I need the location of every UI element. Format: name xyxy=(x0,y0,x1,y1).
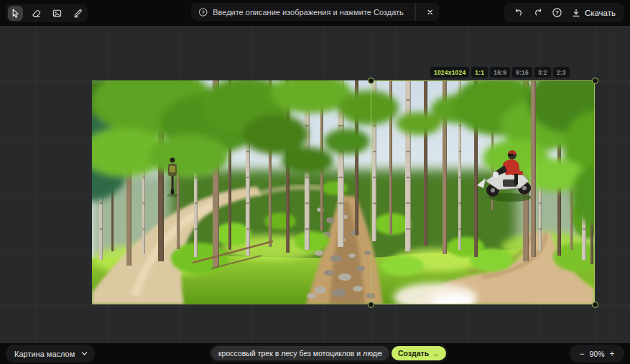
undo-icon xyxy=(514,8,524,18)
chevron-down-icon xyxy=(80,350,88,358)
hint-divider xyxy=(415,3,416,21)
style-dropdown-value: Картина маслом xyxy=(14,350,75,358)
redo-icon xyxy=(533,8,543,18)
prompt-bar: Создать → xyxy=(209,344,448,363)
app-stage: 1024x1024 1:1 16:9 9:16 3:2 2:3 xyxy=(0,0,630,364)
download-button[interactable]: Скачать xyxy=(570,8,617,18)
zoom-out-button[interactable]: − xyxy=(577,349,587,359)
aspect-option-2-3[interactable]: 2:3 xyxy=(553,67,570,78)
create-button-label: Создать xyxy=(398,349,429,358)
zoom-level: 90% xyxy=(589,350,604,358)
style-dropdown[interactable]: Картина маслом xyxy=(6,345,95,363)
image-tool-button[interactable] xyxy=(50,6,65,21)
hint-close-button[interactable] xyxy=(421,3,440,21)
zoom-in-button[interactable]: + xyxy=(607,349,617,359)
hint-text: Введите описание изображения и нажмите С… xyxy=(213,8,404,17)
selection-handle-bottom-right[interactable] xyxy=(592,302,598,308)
top-bar: ? Введите описание изображения и нажмите… xyxy=(0,0,630,26)
prompt-input[interactable] xyxy=(211,346,389,360)
draw-tool-button[interactable] xyxy=(70,6,85,21)
image-icon xyxy=(52,8,62,19)
download-label: Скачать xyxy=(585,9,616,17)
create-button[interactable]: Создать → xyxy=(392,346,446,360)
close-icon xyxy=(426,8,435,17)
download-icon xyxy=(571,8,581,18)
aspect-option-1-1[interactable]: 1:1 xyxy=(471,67,488,78)
generation-frame[interactable] xyxy=(371,80,595,304)
aspect-option-1024x1024[interactable]: 1024x1024 xyxy=(430,67,469,78)
selection-handle-top-right[interactable] xyxy=(592,78,598,84)
svg-text:?: ? xyxy=(555,9,559,16)
aspect-option-3-2[interactable]: 3:2 xyxy=(534,67,551,78)
bottom-bar: Картина маслом Создать → − 90% + xyxy=(0,343,630,364)
selection-handle-top-left[interactable] xyxy=(368,78,374,84)
frame-guide-right xyxy=(595,26,596,343)
aspect-option-16-9[interactable]: 16:9 xyxy=(490,67,510,78)
eraser-icon xyxy=(31,8,42,19)
pen-icon xyxy=(73,8,83,19)
aspect-ratio-row: 1024x1024 1:1 16:9 9:16 3:2 2:3 xyxy=(430,67,570,78)
select-tool-button[interactable] xyxy=(8,6,23,21)
zoom-controls: − 90% + xyxy=(570,345,624,363)
redo-button[interactable] xyxy=(531,6,545,20)
selection-handle-bottom-left[interactable] xyxy=(368,302,374,308)
help-button[interactable]: ? xyxy=(550,6,565,20)
svg-text:?: ? xyxy=(201,9,205,15)
help-circle-icon: ? xyxy=(552,7,562,18)
frame-guide-bottom xyxy=(0,304,630,305)
tools-pill xyxy=(6,4,88,22)
undo-button[interactable] xyxy=(511,6,526,20)
arrow-right-icon: → xyxy=(432,349,440,358)
cursor-icon xyxy=(10,8,21,19)
eraser-tool-button[interactable] xyxy=(29,6,44,21)
actions-pill: ? Скачать xyxy=(504,3,624,22)
hint-pill: ? Введите описание изображения и нажмите… xyxy=(190,3,440,21)
aspect-option-9-16[interactable]: 9:16 xyxy=(512,67,532,78)
help-circle-icon: ? xyxy=(198,7,208,17)
